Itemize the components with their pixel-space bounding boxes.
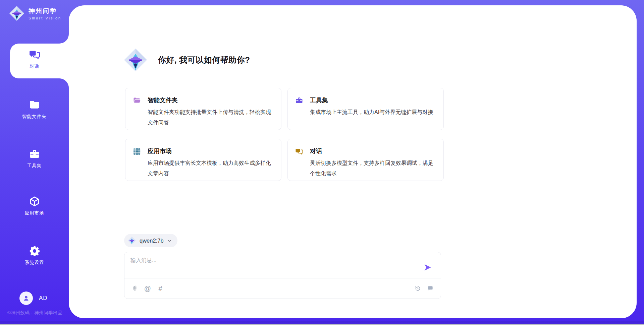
card-description: 集成市场上主流工具，助力AI与外界无缝扩展与对接 <box>310 107 435 117</box>
model-selector[interactable]: qwen2:7b <box>124 234 177 247</box>
chevron-down-icon <box>167 238 172 243</box>
brand-name: 神州问学 <box>29 7 61 15</box>
card-title: 智能文件夹 <box>148 96 272 104</box>
greeting-header: 你好, 我可以如何帮助你? <box>123 48 250 72</box>
model-logo-icon <box>127 236 136 245</box>
sidebar-item-label: 智能文件夹 <box>22 114 47 120</box>
gear-icon <box>29 245 40 257</box>
window-bottom-shade <box>0 321 644 324</box>
sidebar-item-settings[interactable]: 系统设置 <box>0 245 69 266</box>
folder-open-icon <box>133 96 141 105</box>
at-icon[interactable]: @ <box>144 285 151 292</box>
app-logo: 神州问学 Smart Vision <box>9 5 61 21</box>
chat-icon <box>29 49 40 60</box>
card-smart-folder[interactable]: 智能文件夹 智能文件夹功能支持批量文件上传与清洗，轻松实现文件问答 <box>125 88 281 130</box>
greeting-title: 你好, 我可以如何帮助你? <box>158 55 250 65</box>
card-description: 智能文件夹功能支持批量文件上传与清洗，轻松实现文件问答 <box>148 107 272 128</box>
brand-subtitle: Smart Vision <box>29 16 61 20</box>
card-toolset[interactable]: 工具集 集成市场上主流工具，助力AI与外界无缝扩展与对接 <box>287 88 444 130</box>
sidebar-item-smart-folder[interactable]: 智能文件夹 <box>0 99 69 120</box>
paperclip-icon[interactable] <box>131 285 139 292</box>
brand-diamond-icon <box>9 5 25 21</box>
sidebar-item-app-market[interactable]: 应用市场 <box>0 196 69 216</box>
bubble-fillet-top <box>59 34 69 44</box>
message-input[interactable] <box>124 252 441 278</box>
history-icon[interactable] <box>414 285 421 292</box>
card-chat[interactable]: 对话 灵活切换多模型文件，支持多样回复效果调试，满足个性化需求 <box>287 139 444 181</box>
user-name: AD <box>39 295 48 302</box>
sidebar-item-label: 工具集 <box>27 163 42 169</box>
chat-bubble-icon[interactable] <box>427 285 434 292</box>
composer-toolbar: @ # <box>124 278 441 299</box>
grid-icon <box>133 147 141 155</box>
card-description: 灵活切换多模型文件，支持多样回复效果调试，满足个性化需求 <box>310 158 435 179</box>
sidebar-item-toolset[interactable]: 工具集 <box>0 148 69 169</box>
folder-icon <box>29 99 40 111</box>
feature-cards: 智能文件夹 智能文件夹功能支持批量文件上传与清洗，轻松实现文件问答 工具集 集成… <box>125 88 444 181</box>
sidebar-item-label: 对话 <box>30 63 39 69</box>
window-bottom-edge <box>0 324 644 325</box>
bubble-fillet-bottom <box>59 78 69 88</box>
copyright-text: ©神州数码 · 神州问学出品 <box>7 310 62 316</box>
sidebar-item-chat[interactable]: 对话 <box>0 49 69 69</box>
avatar <box>19 291 33 305</box>
sidebar-item-label: 系统设置 <box>25 260 44 266</box>
card-title: 对话 <box>310 147 435 155</box>
card-title: 应用市场 <box>148 147 272 155</box>
card-title: 工具集 <box>310 96 435 104</box>
message-composer: @ # <box>124 252 441 299</box>
hash-icon[interactable]: # <box>157 285 164 292</box>
composer-input-area <box>124 252 441 278</box>
toolbox-icon <box>29 148 40 160</box>
brand-diamond-icon <box>123 48 148 72</box>
person-icon <box>22 295 30 302</box>
sidebar-item-label: 应用市场 <box>25 210 44 216</box>
user-account[interactable]: AD <box>19 291 48 305</box>
send-icon[interactable] <box>423 263 432 272</box>
chat-icon <box>295 147 303 155</box>
toolbox-icon <box>295 96 303 105</box>
card-description: 应用市场提供丰富长文本模板，助力高效生成多样化文章内容 <box>148 158 272 179</box>
model-name: qwen2:7b <box>140 238 164 244</box>
cube-icon <box>29 196 40 207</box>
card-app-market[interactable]: 应用市场 应用市场提供丰富长文本模板，助力高效生成多样化文章内容 <box>125 139 281 181</box>
